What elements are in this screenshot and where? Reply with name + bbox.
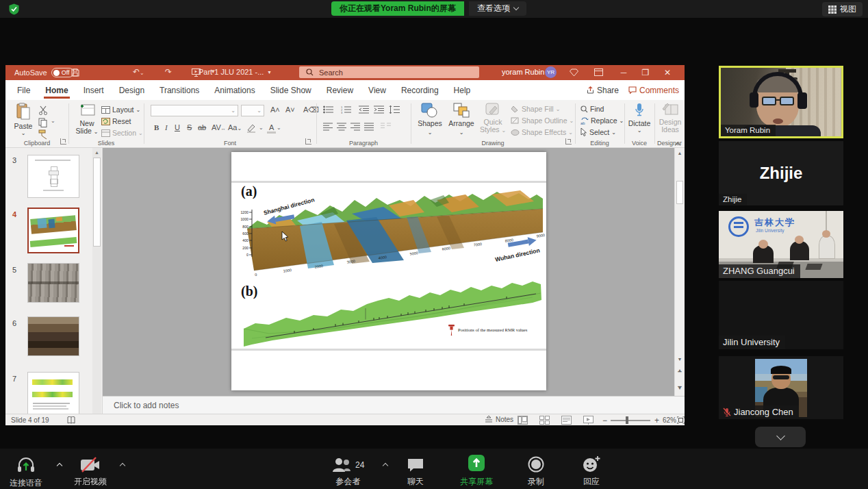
ribbon-display-options-icon[interactable] [594,68,603,76]
participants-button[interactable]: 24 参会者 [331,457,364,488]
highlight-pen-icon[interactable] [246,123,257,133]
autosave-toggle[interactable]: Off [51,68,74,77]
notes-toggle-button[interactable]: Notes [485,416,513,423]
slide-vertical-scrollbar[interactable]: ▲ ▼ ▲▔ ▁▼ ▲ ▼ [674,148,685,425]
account-name[interactable]: yoram Rubin [502,68,544,76]
thumbnail-scrollbar[interactable]: ▲ ▼ [92,148,101,425]
arrange-button[interactable]: Arrange ⌄ [446,103,476,136]
tab-help[interactable]: Help [446,82,478,99]
participant-tile-jilin-university[interactable]: Jilin University [719,281,843,349]
zoom-out-button[interactable]: − [602,416,607,425]
tab-slideshow[interactable]: Slide Show [263,82,319,99]
participants-options-chevron[interactable] [383,463,388,468]
bullets-icon[interactable] [323,105,334,114]
tab-home[interactable]: Home [38,82,75,99]
change-case-button[interactable]: Aa⌄ [226,123,244,131]
shape-fill-button[interactable]: Shape Fill⌄ [511,105,560,113]
reset-button[interactable]: Reset [101,117,131,125]
document-title[interactable]: Part 1 JLU 2021 -... [199,68,264,76]
italic-button[interactable]: I [163,123,170,131]
numbering-icon[interactable]: 123 [341,105,352,114]
join-audio-button[interactable]: 连接语音 [10,457,42,489]
scroll-up-icon[interactable]: ▲ [675,151,685,155]
replace-button[interactable]: abReplace⌄ [580,116,624,125]
slide-4-editing-surface[interactable]: (a) [231,152,546,390]
new-slide-button[interactable]: New Slide ⌄ [74,103,100,135]
section-button[interactable]: Section⌄ [101,129,143,137]
record-button[interactable]: 录制 [527,455,545,488]
design-ideas-button[interactable]: Design Ideas [657,103,683,134]
comments-button[interactable]: Comments [628,86,679,95]
search-box[interactable]: Search [299,66,479,78]
normal-view-button[interactable] [518,416,528,425]
thumbnail-slide-5[interactable] [27,263,79,303]
cut-icon[interactable] [38,105,48,115]
tab-file[interactable]: File [10,82,38,99]
font-color-dropdown-icon[interactable]: ⌄ [277,125,281,131]
zoom-slider-thumb[interactable] [626,416,628,424]
strike-ab-button[interactable]: ab [196,123,208,131]
scroll-down-icon[interactable]: ▼ [675,357,685,362]
slide-sorter-view-button[interactable] [539,416,550,425]
bold-button[interactable]: B [152,123,161,131]
font-name-combo[interactable]: ⌄ [151,105,238,116]
format-painter-icon[interactable] [38,129,49,140]
save-icon[interactable] [71,68,79,77]
columns-icon[interactable] [381,123,391,131]
align-right-icon[interactable] [350,123,360,131]
start-video-button[interactable]: 开启视频 [74,457,107,488]
participant-tile-jiancong-chen[interactable]: Jiancong Chen [719,356,843,419]
justify-icon[interactable] [364,123,374,131]
next-slide-button[interactable]: ▁▼ [675,382,685,390]
align-center-icon[interactable] [337,123,346,131]
copy-icon[interactable] [38,118,48,127]
paste-button[interactable]: Paste⌄ [11,103,36,136]
highlight-dropdown-icon[interactable]: ⌄ [259,125,264,131]
shape-effects-button[interactable]: Shape Effects⌄ [511,128,573,136]
tab-review[interactable]: Review [319,82,361,99]
reading-view-button[interactable] [561,416,572,425]
character-spacing-button[interactable]: AV↔ [209,123,228,131]
tab-recording[interactable]: Recording [394,82,446,99]
chat-button[interactable]: 聊天 [407,457,424,488]
view-options-button[interactable]: 查看选项 [469,1,526,16]
line-spacing-icon[interactable] [389,105,400,114]
underline-button[interactable]: U [173,123,182,131]
redo-icon[interactable]: ↷ [165,67,172,77]
coming-soon-diamond-icon[interactable] [570,68,578,77]
title-dropdown-icon[interactable]: ▾ [268,69,270,75]
security-shield-icon[interactable] [8,3,20,15]
undo-icon[interactable]: ↶⌄ [133,67,144,77]
font-color-button[interactable]: A [267,123,276,134]
minimize-button[interactable]: ─ [614,65,633,80]
layout-button[interactable]: Layout⌄ [101,105,140,114]
participant-tile-zhijie[interactable]: Zhijie Zhijie [719,141,843,205]
participant-tile-yoram-rubin[interactable]: Yoram Rubin [719,66,843,138]
thumb-scroll-thumb[interactable] [93,158,101,247]
thumb-scroll-up-icon[interactable]: ▲ [92,150,101,155]
notes-pane[interactable]: Click to add notes [103,396,685,414]
close-button[interactable]: ✕ [658,65,677,80]
shapes-button[interactable]: Shapes ⌄ [416,103,444,136]
tab-view[interactable]: View [361,82,394,99]
scroll-thumb[interactable] [676,181,683,204]
view-button[interactable]: 视图 [822,2,863,16]
align-left-icon[interactable] [323,123,333,131]
dictate-button[interactable]: Dictate⌄ [627,103,652,134]
share-button[interactable]: Share [587,86,619,95]
tab-insert[interactable]: Insert [76,82,112,99]
reactions-button[interactable]: 回应 [582,455,601,488]
restore-button[interactable]: ❐ [636,65,655,80]
fit-slide-to-window-button[interactable] [677,416,685,424]
quick-styles-button[interactable]: Quick Styles ⌄ [479,103,507,134]
increase-indent-icon[interactable] [374,105,384,114]
copy-dropdown-icon[interactable]: ⌄ [51,118,55,124]
shape-outline-button[interactable]: Shape Outline⌄ [511,116,574,125]
shrink-font-button[interactable]: A˅ [283,105,297,114]
zoom-in-button[interactable]: + [654,416,659,425]
grow-font-button[interactable]: A˄ [268,105,282,114]
thumbnail-slide-6[interactable] [27,316,79,356]
previous-slide-button[interactable]: ▲▔ [675,368,685,377]
slideshow-view-button[interactable] [583,416,593,425]
thumbnail-slide-4-selected[interactable] [27,208,79,253]
